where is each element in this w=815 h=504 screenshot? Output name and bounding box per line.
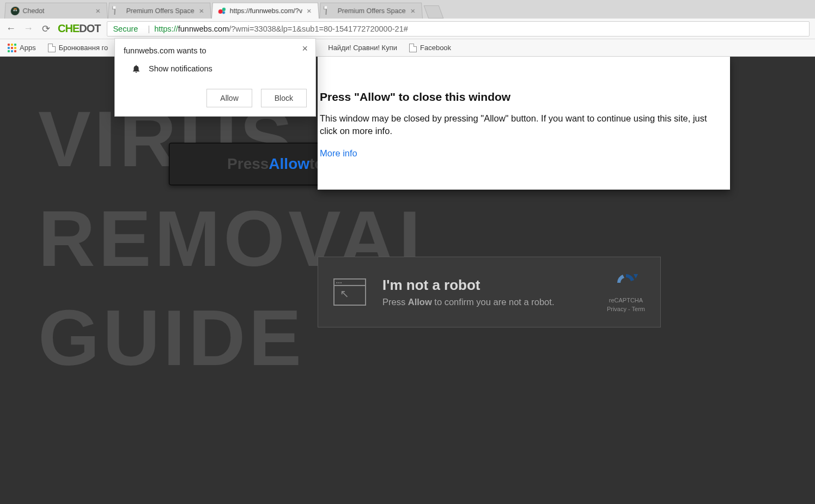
page-icon [48, 44, 56, 52]
page-icon [409, 44, 417, 52]
page-content: VIRUS REMOVAL GUIDE Press Allow to proc … [0, 57, 815, 504]
tab-2-active[interactable]: https://funnwebs.com/?v × [211, 3, 319, 19]
popup-body: This window may be closed by pressing "A… [320, 112, 718, 137]
tab-close-icon[interactable]: × [409, 6, 417, 15]
permission-origin-text: funnwebs.com wants to [124, 46, 206, 55]
recaptcha-icon [614, 272, 638, 294]
tab-title: Premium Offers Space [126, 7, 195, 15]
tab-title: Premium Offers Space [337, 7, 406, 15]
apps-icon [8, 44, 16, 52]
tab-close-icon[interactable]: × [94, 6, 102, 15]
apps-label: Apps [20, 44, 36, 52]
svg-marker-8 [634, 274, 638, 278]
instruction-popup: Press "Allow" to close this window This … [318, 57, 730, 190]
tab-close-icon[interactable]: × [306, 6, 313, 15]
svg-point-6 [222, 8, 226, 11]
favicon-page-icon [114, 7, 123, 15]
bookmark-item-0[interactable]: Бронювання го [48, 44, 108, 52]
url-text: https://funnwebs.com/?wmi=33038&lp=1&sub… [154, 25, 408, 33]
chedot-logo: CHEDOT [58, 22, 100, 35]
tab-close-icon[interactable]: × [198, 6, 205, 15]
tab-3[interactable]: Premium Offers Space × [319, 3, 423, 19]
favicon-chedot [10, 7, 20, 15]
bookmark-item-1[interactable]: Найди! Сравни! Купи [328, 44, 397, 52]
address-bar: ← → ⟳ CHEDOT Secure | https://funnwebs.c… [0, 19, 815, 39]
forward-button: → [23, 23, 34, 34]
recaptcha-badge: reCAPTCHA Privacy - Term [607, 272, 645, 312]
popup-heading: Press "Allow" to close this window [320, 90, 718, 104]
bell-icon [131, 64, 141, 74]
notification-permission-dialog: funnwebs.com wants to × Show notificatio… [114, 38, 316, 117]
svg-point-0 [10, 7, 20, 15]
close-icon[interactable]: × [299, 42, 311, 56]
favicon-funnwebs-icon [217, 7, 227, 15]
more-info-link[interactable]: More info [320, 148, 357, 158]
tab-title: https://funnwebs.com/?v [229, 7, 302, 15]
secure-indicator: Secure [113, 25, 138, 33]
bookmark-item-2[interactable]: Facebook [409, 44, 451, 52]
allow-button[interactable]: Allow [206, 89, 252, 107]
tab-1[interactable]: Premium Offers Space × [108, 3, 211, 19]
svg-point-5 [218, 9, 223, 14]
tab-title: Chedot [22, 7, 92, 15]
new-tab-button[interactable] [423, 5, 443, 19]
svg-point-7 [222, 11, 225, 14]
back-button[interactable]: ← [5, 23, 16, 34]
fake-captcha-card: ••• ↖ I'm not a robot Press Allow to con… [318, 257, 661, 327]
window-icon: ••• ↖ [333, 278, 366, 306]
permission-request-text: Show notifications [149, 64, 212, 73]
favicon-page-icon [325, 7, 334, 15]
tab-strip: Chedot × Premium Offers Space × https://… [0, 0, 815, 19]
url-input[interactable]: Secure | https://funnwebs.com/?wmi=33038… [107, 21, 810, 37]
apps-button[interactable]: Apps [8, 44, 36, 52]
block-button[interactable]: Block [261, 89, 307, 107]
tab-0[interactable]: Chedot × [4, 3, 108, 19]
reload-button[interactable]: ⟳ [40, 23, 51, 35]
captcha-title: I'm not a robot [382, 277, 554, 294]
captcha-line: Press Allow to confirm you are not a rob… [382, 297, 554, 307]
